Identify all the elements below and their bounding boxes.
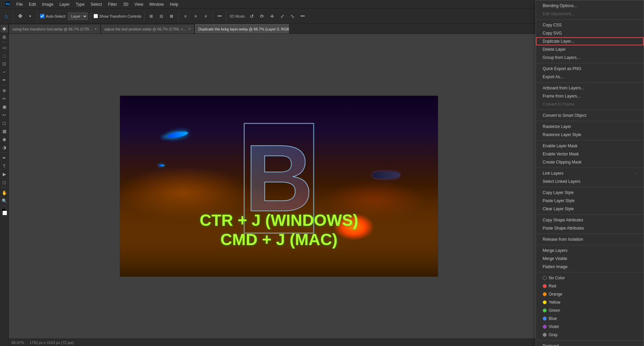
marquee-rect-tool[interactable]: ▭: [1, 44, 8, 51]
ctx-sep-13: [536, 340, 644, 341]
ctx-red[interactable]: Red: [536, 282, 644, 290]
fg-bg-color-swatch[interactable]: [1, 208, 8, 216]
ctx-copy-css[interactable]: Copy CSS: [536, 21, 644, 29]
ctx-delete-layer[interactable]: Delete Layer: [536, 45, 644, 53]
tab-1-close[interactable]: ✕: [188, 27, 191, 31]
ctx-orange[interactable]: Orange: [536, 290, 644, 298]
menu-image[interactable]: Image: [39, 1, 56, 7]
align-center-h-icon[interactable]: ⊟: [157, 12, 165, 20]
object-select-tool[interactable]: ⊡: [1, 60, 8, 67]
pen-tool[interactable]: ✒: [1, 154, 8, 161]
distribute-bottom-icon[interactable]: ≡: [202, 12, 210, 20]
ctx-export-as[interactable]: Export As...: [536, 73, 644, 81]
lasso-tool[interactable]: ◌: [1, 52, 8, 59]
ctx-release-from-isolation[interactable]: Release from Isolation: [536, 235, 644, 243]
ctx-rasterize-layer-style[interactable]: Rasterize Layer Style: [536, 131, 644, 139]
3d-pan-icon[interactable]: ✛: [268, 12, 276, 20]
artboard-tool[interactable]: ⊞: [1, 33, 8, 41]
crop-tool[interactable]: ⌐: [1, 68, 8, 75]
eraser-tool[interactable]: ◻: [1, 119, 8, 127]
ctx-convert-to-frame[interactable]: Convert to Frame: [536, 100, 644, 108]
ctx-violet[interactable]: Violet: [536, 323, 644, 331]
ctx-rasterize-layer[interactable]: Rasterize Layer: [536, 123, 644, 131]
3d-rotate-icon[interactable]: ↺: [248, 12, 256, 20]
distribute-center-icon[interactable]: ≡: [192, 12, 200, 20]
stamp-tool[interactable]: ▣: [1, 103, 8, 110]
ctx-gray[interactable]: Gray: [536, 331, 644, 339]
menu-ps[interactable]: Ps: [3, 1, 13, 8]
menu-view[interactable]: View: [132, 1, 146, 7]
ctx-select-linked-layers[interactable]: Select Linked Layers: [536, 177, 644, 186]
ctx-merge-visible[interactable]: Merge Visible: [536, 255, 644, 263]
menu-help[interactable]: Help: [167, 1, 181, 7]
canvas-text-line1: CTR + J (WINDOWS): [200, 211, 358, 230]
menu-type[interactable]: Type: [73, 1, 87, 7]
ctx-yellow[interactable]: Yellow: [536, 298, 644, 306]
ctx-link-layers[interactable]: Link Layers ›: [536, 169, 644, 177]
ctx-postcard[interactable]: Postcard: [536, 342, 644, 346]
dodge-tool[interactable]: ◑: [1, 144, 8, 151]
menu-select[interactable]: Select: [88, 1, 104, 7]
3d-slide-icon[interactable]: ⤢: [278, 12, 286, 20]
shape-tool[interactable]: ◻: [1, 178, 8, 186]
gradient-tool[interactable]: ▦: [1, 127, 8, 135]
ctx-create-clipping-mask[interactable]: Create Clipping Mask: [536, 158, 644, 166]
ctx-frame-from-layers[interactable]: Frame from Layers...: [536, 92, 644, 100]
zoom-tool[interactable]: 🔍: [1, 197, 8, 204]
ctx-no-color[interactable]: No Color: [536, 274, 644, 282]
show-transform-controls-checkbox[interactable]: [94, 14, 98, 18]
ctx-duplicate-layer[interactable]: Duplicate Layer...: [536, 37, 644, 45]
ctx-group-from-layers[interactable]: Group from Layers...: [536, 53, 644, 62]
ctx-convert-smart-object[interactable]: Convert to Smart Object: [536, 111, 644, 120]
3d-roll-icon[interactable]: ⟳: [258, 12, 266, 20]
move-tool[interactable]: ✥: [1, 25, 8, 33]
ctx-merge-layers[interactable]: Merge Layers: [536, 246, 644, 255]
ctx-paste-shape-attributes[interactable]: Paste Shape Attributes: [536, 224, 644, 232]
layer-select-dropdown[interactable]: Layer: [68, 13, 88, 20]
ctx-copy-svg[interactable]: Copy SVG: [536, 29, 644, 37]
ctx-green[interactable]: Green: [536, 306, 644, 315]
ctx-edit-adjustment[interactable]: Edit Adjustment...: [536, 10, 644, 18]
more-options-icon[interactable]: •••: [216, 12, 224, 20]
3d-scale-icon[interactable]: ⤡: [288, 12, 297, 20]
spot-heal-tool[interactable]: ⊕: [1, 87, 8, 94]
menu-file[interactable]: File: [14, 1, 25, 7]
3d-more-icon[interactable]: •••: [299, 12, 307, 20]
brush-tool[interactable]: ✏: [1, 95, 8, 102]
ctx-flatten-image[interactable]: Flatten Image: [536, 263, 644, 271]
home-icon[interactable]: ⌂: [2, 12, 10, 20]
blur-tool[interactable]: ◉: [1, 135, 8, 143]
distribute-top-icon[interactable]: ≡: [181, 12, 189, 20]
canvas-container[interactable]: B CTR + J (WINDOWS) CMD + J (MAC): [9, 34, 549, 339]
tab-1[interactable]: adjust the text position.webp @ 66.7% (C…: [101, 24, 195, 34]
auto-select-checkbox[interactable]: [40, 14, 44, 18]
align-right-icon[interactable]: ⊠: [167, 12, 176, 20]
ctx-clear-layer-style[interactable]: Clear Layer Style: [536, 205, 644, 213]
ctx-gray-dot: [543, 333, 547, 337]
ctx-artboard-from-layers[interactable]: Artboard from Layers...: [536, 84, 644, 92]
align-left-icon[interactable]: ⊞: [147, 12, 155, 20]
text-tool[interactable]: T: [1, 162, 8, 170]
menu-window[interactable]: Window: [147, 1, 167, 7]
tab-2[interactable]: Duplicate the bckg layer.webp @ 66.7% (L…: [195, 24, 289, 34]
eyedropper-tool[interactable]: ✒: [1, 76, 8, 84]
move-tool-options-icon[interactable]: ✥: [16, 12, 24, 20]
menu-filter[interactable]: Filter: [105, 1, 120, 7]
ctx-quick-export-png[interactable]: Quick Export as PNG: [536, 65, 644, 73]
tab-0-close[interactable]: ✕: [94, 27, 97, 31]
path-select-tool[interactable]: ▶: [1, 170, 8, 178]
ctx-paste-layer-style[interactable]: Paste Layer Style: [536, 197, 644, 205]
menu-3d[interactable]: 3D: [120, 1, 131, 7]
move-options-arrow[interactable]: ▼: [26, 12, 34, 20]
ctx-blending-options[interactable]: Blending Options...: [536, 2, 644, 10]
tab-0[interactable]: using free transform tool.webp @ 66.7% (…: [9, 24, 101, 34]
ctx-enable-layer-mask[interactable]: Enable Layer Mask: [536, 142, 644, 150]
ctx-copy-layer-style[interactable]: Copy Layer Style: [536, 189, 644, 197]
menu-edit[interactable]: Edit: [26, 1, 39, 7]
hand-tool[interactable]: ✋: [1, 189, 8, 196]
history-brush-tool[interactable]: ↩: [1, 111, 8, 118]
ctx-enable-vector-mask[interactable]: Enable Vector Mask: [536, 150, 644, 158]
ctx-copy-shape-attributes[interactable]: Copy Shape Attributes: [536, 216, 644, 224]
menu-layer[interactable]: Layer: [57, 1, 72, 7]
ctx-blue[interactable]: Blue: [536, 315, 644, 323]
